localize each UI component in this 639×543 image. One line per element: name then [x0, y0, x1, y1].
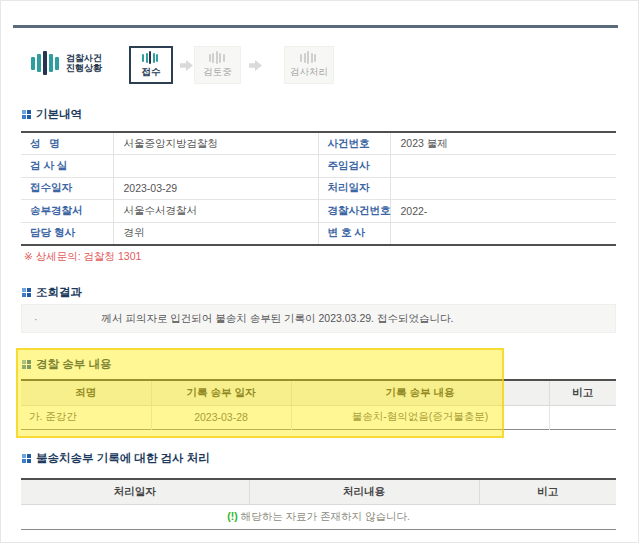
- field-label: 담당 형사: [21, 222, 113, 245]
- field-value: [390, 222, 616, 245]
- arrow-right-icon: [249, 59, 262, 72]
- section-squares-icon: [22, 360, 31, 369]
- police-transfer-title-text: 경찰 송부 내용: [36, 357, 111, 372]
- query-result-message: 께서 피의자로 입건되어 불송치 송부된 기록이 2023.03.29. 접수되…: [102, 312, 454, 326]
- case-status-page: 검찰사건 진행상황 접수 검토중: [0, 0, 639, 543]
- column-header: 처리내용: [249, 479, 479, 504]
- step-in-review: 검토중: [194, 46, 241, 84]
- field-label: 경찰사건번호: [318, 200, 390, 223]
- police-transfer-title: 경찰 송부 내용: [22, 357, 111, 372]
- field-label: 송부경찰서: [21, 200, 113, 223]
- contact-note: ※ 상세문의: 검찰청 1301: [24, 250, 141, 264]
- field-value: 경위: [113, 222, 318, 245]
- step-processed: 검사처리: [284, 46, 334, 84]
- field-value: [390, 177, 616, 200]
- section-squares-icon: [22, 454, 31, 463]
- logo-line1: 검찰사건: [66, 53, 102, 63]
- table-row: (!)해당하는 자료가 존재하지 않습니다.: [21, 504, 616, 529]
- query-result-title-text: 조회결과: [36, 285, 82, 300]
- table-row: 검 사 실 주임검사: [21, 155, 616, 178]
- field-value: 서울수서경찰서: [113, 200, 318, 223]
- step-received-label: 접수: [142, 66, 161, 79]
- field-label: 주임검사: [318, 155, 390, 178]
- field-label: 변 호 사: [318, 222, 390, 245]
- arrow-right-icon: [180, 59, 193, 72]
- prosecutor-process-title-text: 불송치송부 기록에 대한 검사 처리: [36, 451, 210, 466]
- basic-info-title: 기본내역: [22, 107, 82, 122]
- column-header: 기록 송부 일자: [151, 380, 291, 405]
- field-label: 처리일자: [318, 177, 390, 200]
- barcode-logo-icon: [31, 51, 61, 75]
- transfer-content-cell: 불송치-혐의없음(증거불충분): [291, 405, 549, 429]
- field-value: [113, 155, 318, 178]
- field-label: 검 사 실: [21, 155, 113, 178]
- field-value: [390, 155, 616, 178]
- step-in-review-label: 검토중: [203, 66, 232, 79]
- bullet: ·: [34, 313, 38, 325]
- prosecutor-process-table: 처리일자 처리내용 비고 (!)해당하는 자료가 존재하지 않습니다.: [21, 478, 616, 530]
- site-logo: 검찰사건 진행상황: [31, 51, 102, 75]
- step-processed-label: 검사처리: [290, 66, 328, 79]
- table-row: 성 명 서울중앙지방검찰청 사건번호 2023 불제: [21, 132, 616, 155]
- table-row: 담당 형사 경위 변 호 사: [21, 222, 616, 245]
- prosecutor-process-title: 불송치송부 기록에 대한 검사 처리: [22, 451, 210, 466]
- transfer-date-cell: 2023-03-28: [151, 405, 291, 429]
- column-header: 처리일자: [21, 479, 249, 504]
- barcode-step-icon: [209, 51, 227, 64]
- logo-line2: 진행상황: [66, 63, 102, 73]
- section-squares-icon: [22, 288, 31, 297]
- column-header: 비고: [549, 380, 616, 405]
- column-header: 기록 송부 내용: [291, 380, 549, 405]
- field-value: 2023-03-29: [113, 177, 318, 200]
- column-header: 죄명: [21, 380, 151, 405]
- field-label: 접수일자: [21, 177, 113, 200]
- basic-info-table: 성 명 서울중앙지방검찰청 사건번호 2023 불제 검 사 실 주임검사 접수…: [21, 131, 616, 246]
- field-value: 서울중앙지방검찰청: [113, 132, 318, 155]
- table-header-row: 처리일자 처리내용 비고: [21, 479, 616, 504]
- query-result-title: 조회결과: [22, 285, 82, 300]
- crime-name-cell: 가. 준강간: [21, 405, 151, 429]
- table-header-row: 죄명 기록 송부 일자 기록 송부 내용 비고: [21, 380, 616, 405]
- barcode-step-icon: [300, 51, 318, 64]
- top-divider: [13, 25, 618, 28]
- table-row: 가. 준강간 2023-03-28 불송치-혐의없음(증거불충분): [21, 405, 616, 429]
- section-squares-icon: [22, 110, 31, 119]
- column-header: 비고: [479, 479, 616, 504]
- site-logo-text: 검찰사건 진행상황: [66, 53, 102, 74]
- table-row: 접수일자 2023-03-29 처리일자: [21, 177, 616, 200]
- empty-data-message: (!)해당하는 자료가 존재하지 않습니다.: [21, 504, 616, 529]
- table-row: 송부경찰서 서울수서경찰서 경찰사건번호 2022-: [21, 200, 616, 223]
- query-result-box: · 께서 피의자로 입건되어 불송치 송부된 기록이 2023.03.29. 접…: [21, 304, 616, 333]
- field-label: 사건번호: [318, 132, 390, 155]
- field-value: 2023 불제: [390, 132, 616, 155]
- remark-cell: [549, 405, 616, 429]
- progress-header: 검찰사건 진행상황 접수 검토중: [1, 46, 638, 86]
- barcode-step-icon: [142, 51, 160, 64]
- info-mark-icon: (!): [227, 510, 238, 522]
- step-received: 접수: [129, 46, 173, 84]
- basic-info-title-text: 기본내역: [36, 107, 82, 122]
- police-transfer-table: 죄명 기록 송부 일자 기록 송부 내용 비고 가. 준강간 2023-03-2…: [21, 379, 616, 430]
- field-value: 2022-: [390, 200, 616, 223]
- empty-message-text: 해당하는 자료가 존재하지 않습니다.: [241, 510, 410, 522]
- field-label: 성 명: [21, 132, 113, 155]
